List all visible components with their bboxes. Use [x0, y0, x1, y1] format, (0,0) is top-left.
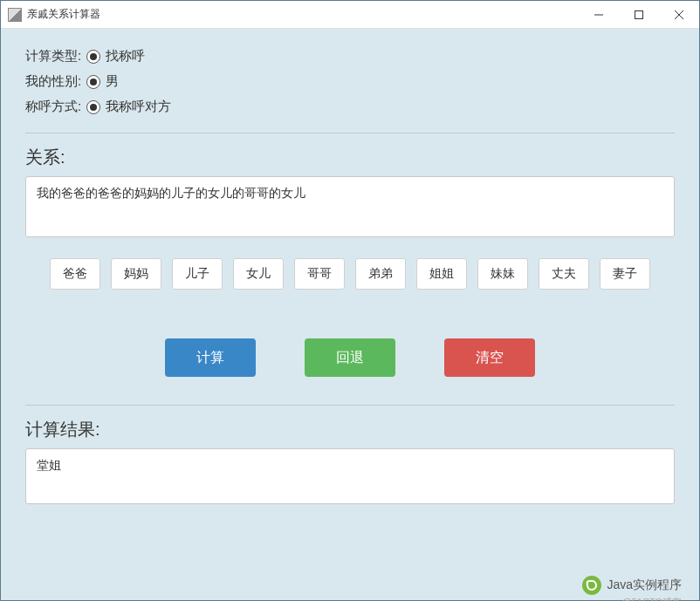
- radio-dot-icon: [86, 75, 100, 89]
- chip-older-brother[interactable]: 哥哥: [294, 258, 345, 290]
- gender-label: 我的性别:: [25, 73, 81, 90]
- chip-daughter[interactable]: 女儿: [233, 258, 284, 290]
- watermark-text: Java实例程序: [607, 577, 682, 593]
- wechat-icon: [582, 576, 601, 595]
- minimize-button[interactable]: [579, 1, 619, 28]
- chip-younger-sister[interactable]: 妹妹: [477, 258, 528, 290]
- mode-row: 称呼方式: 我称呼对方: [25, 99, 675, 115]
- calc-type-row: 计算类型: 找称呼: [25, 48, 675, 65]
- content-area: 计算类型: 找称呼 我的性别: 男 称呼方式: 我称呼对方 关系: 爸爸: [1, 29, 699, 600]
- relation-chips: 爸爸 妈妈 儿子 女儿 哥哥 弟弟 姐姐 妹妹 丈夫 妻子: [25, 258, 675, 290]
- divider: [25, 405, 675, 406]
- calc-type-value: 找称呼: [106, 48, 145, 65]
- relation-input[interactable]: [25, 176, 675, 237]
- calculate-button[interactable]: 计算: [165, 338, 256, 377]
- chip-son[interactable]: 儿子: [172, 258, 223, 290]
- chip-younger-brother[interactable]: 弟弟: [355, 258, 406, 290]
- gender-radio[interactable]: 男: [86, 73, 119, 90]
- calc-type-label: 计算类型:: [25, 48, 81, 65]
- app-window: 亲戚关系计算器 计算类型: 找称呼 我的性别: 男: [0, 0, 700, 601]
- gender-value: 男: [106, 73, 119, 90]
- app-icon: [8, 8, 22, 22]
- clear-button[interactable]: 清空: [444, 338, 535, 377]
- calc-type-radio[interactable]: 找称呼: [86, 48, 145, 65]
- window-title: 亲戚关系计算器: [27, 7, 579, 22]
- watermark: Java实例程序: [582, 576, 682, 595]
- mode-radio[interactable]: 我称呼对方: [86, 99, 171, 115]
- chip-husband[interactable]: 丈夫: [539, 258, 589, 290]
- gender-row: 我的性别: 男: [25, 73, 675, 90]
- radio-dot-icon: [86, 50, 100, 64]
- result-label: 计算结果:: [25, 418, 675, 441]
- chip-older-sister[interactable]: 姐姐: [416, 258, 467, 290]
- watermark-sub: @51CTO博客: [622, 596, 682, 601]
- divider: [25, 133, 675, 133]
- titlebar: 亲戚关系计算器: [1, 1, 699, 29]
- chip-wife[interactable]: 妻子: [600, 258, 650, 290]
- close-button[interactable]: [659, 1, 699, 28]
- svg-rect-1: [635, 10, 643, 18]
- radio-dot-icon: [86, 100, 100, 114]
- result-output[interactable]: [25, 448, 675, 504]
- chip-father[interactable]: 爸爸: [50, 258, 100, 290]
- action-row: 计算 回退 清空: [25, 338, 675, 377]
- relation-label: 关系:: [25, 146, 675, 169]
- maximize-button[interactable]: [619, 1, 659, 28]
- mode-label: 称呼方式:: [25, 99, 81, 115]
- back-button[interactable]: 回退: [305, 338, 395, 377]
- mode-value: 我称呼对方: [106, 99, 171, 115]
- chip-mother[interactable]: 妈妈: [111, 258, 161, 290]
- window-controls: [579, 1, 699, 28]
